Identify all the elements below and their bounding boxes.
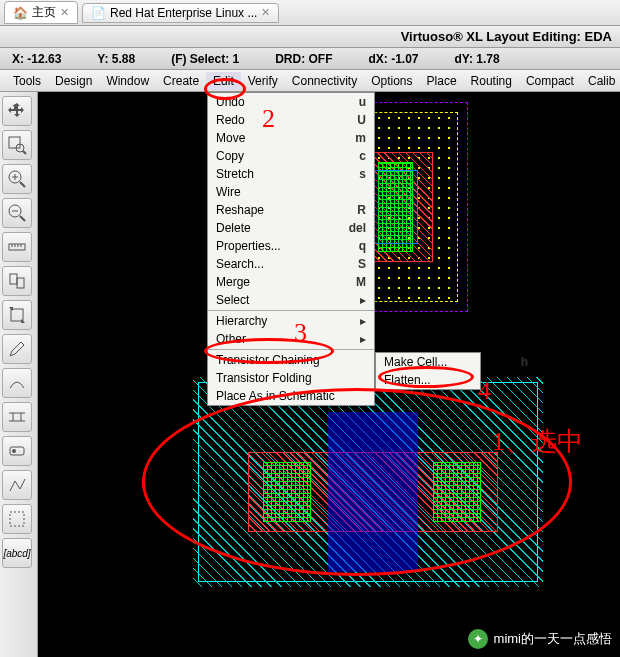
menu-shortcut [342, 389, 366, 403]
submenu-arrow-icon: ▸ [360, 314, 366, 328]
menu-routing[interactable]: Routing [464, 72, 519, 90]
menu-options[interactable]: Options [364, 72, 419, 90]
menu-connectivity[interactable]: Connectivity [285, 72, 364, 90]
svg-line-6 [20, 182, 25, 187]
tab-label: 主页 [32, 4, 56, 21]
tool-arrows[interactable] [2, 96, 32, 126]
menu-shortcut: c [335, 149, 366, 163]
tool-select-box[interactable] [2, 504, 32, 534]
edit-menu-dropdown[interactable]: UndouRedoUMovemCopycStretchsWireReshapeR… [207, 92, 375, 406]
tool-zoom-in[interactable] [2, 164, 32, 194]
menu-shortcut: u [335, 95, 366, 109]
status-select: (F) Select: 1 [171, 52, 239, 66]
menu-verify[interactable]: Verify [241, 72, 285, 90]
edit-menu-undo[interactable]: Undou [208, 93, 374, 111]
left-toolbox: [abcd] [0, 92, 38, 657]
close-icon[interactable]: ✕ [261, 6, 270, 19]
menu-item-label: Other [216, 332, 360, 346]
edit-menu-other[interactable]: Other▸ [208, 330, 374, 348]
edit-menu-stretch[interactable]: Stretchs [208, 165, 374, 183]
layout-poly-bot-l [263, 462, 311, 522]
menu-shortcut: del [325, 221, 366, 235]
edit-menu-merge[interactable]: MergeM [208, 273, 374, 291]
menu-shortcut: h [497, 355, 528, 369]
tab-rhel[interactable]: 📄 Red Hat Enterprise Linux ... ✕ [82, 3, 279, 23]
menu-item-label: Select [216, 293, 360, 307]
menu-design[interactable]: Design [48, 72, 99, 90]
tool-split-h[interactable] [2, 402, 32, 432]
menu-shortcut [504, 373, 528, 387]
svg-rect-24 [10, 512, 24, 526]
menu-item-label: Make Cell... [384, 355, 497, 369]
tool-ruler[interactable] [2, 232, 32, 262]
wechat-icon: ✦ [468, 629, 488, 649]
menu-item-label: Delete [216, 221, 325, 235]
tool-rect-zoom[interactable] [2, 130, 32, 160]
edit-menu-reshape[interactable]: ReshapeR [208, 201, 374, 219]
page-icon: 📄 [91, 6, 106, 20]
edit-menu-search-[interactable]: Search...S [208, 255, 374, 273]
tool-path[interactable] [2, 470, 32, 500]
menu-item-label: Reshape [216, 203, 333, 217]
tool-abcd-label[interactable]: [abcd] [2, 538, 32, 568]
menu-item-label: Place As in Schematic [216, 389, 342, 403]
menu-shortcut [342, 371, 366, 385]
menu-shortcut: S [334, 257, 366, 271]
edit-menu-copy[interactable]: Copyc [208, 147, 374, 165]
svg-rect-10 [9, 244, 25, 250]
close-icon[interactable]: ✕ [60, 6, 69, 19]
tab-home[interactable]: 🏠 主页 ✕ [4, 1, 78, 24]
edit-menu-move[interactable]: Movem [208, 129, 374, 147]
watermark-text: mimi的一天一点感悟 [494, 630, 612, 648]
menu-item-label: Move [216, 131, 331, 145]
edit-menu-delete[interactable]: Deletedel [208, 219, 374, 237]
menu-separator [208, 349, 374, 350]
menu-item-label: Redo [216, 113, 333, 127]
menu-item-label: Transistor Folding [216, 371, 342, 385]
menu-shortcut: s [335, 167, 366, 181]
menu-item-label: Hierarchy [216, 314, 360, 328]
menu-item-label: Merge [216, 275, 332, 289]
menu-edit[interactable]: Edit [206, 72, 241, 90]
edit-menu-place-as-in-schematic[interactable]: Place As in Schematic [208, 387, 374, 405]
window-title: Virtuoso® XL Layout Editing: EDA [401, 29, 612, 44]
tool-pencil[interactable] [2, 334, 32, 364]
hierarchy-submenu[interactable]: Make Cell...hFlatten... [375, 352, 481, 390]
edit-menu-select[interactable]: Select▸ [208, 291, 374, 309]
menu-calib[interactable]: Calib [581, 72, 620, 90]
menu-compact[interactable]: Compact [519, 72, 581, 90]
svg-rect-16 [17, 278, 24, 288]
tool-zoom-out[interactable] [2, 198, 32, 228]
menu-place[interactable]: Place [420, 72, 464, 90]
tool-pages[interactable] [2, 266, 32, 296]
submenu-arrow-icon: ▸ [360, 293, 366, 307]
coord-status-bar: X: -12.63 Y: 5.88 (F) Select: 1 DRD: OFF… [0, 48, 620, 70]
menu-shortcut [342, 185, 366, 199]
edit-menu-hierarchy[interactable]: Hierarchy▸ [208, 312, 374, 330]
menu-shortcut: U [333, 113, 366, 127]
edit-menu-properties-[interactable]: Properties...q [208, 237, 374, 255]
svg-rect-15 [10, 274, 17, 284]
menu-create[interactable]: Create [156, 72, 206, 90]
edit-menu-wire[interactable]: Wire [208, 183, 374, 201]
menu-tools[interactable]: Tools [6, 72, 48, 90]
tool-wire-arc[interactable] [2, 368, 32, 398]
hierarchy-flatten-[interactable]: Flatten... [376, 371, 536, 389]
status-dy: dY: 1.78 [455, 52, 500, 66]
menu-item-label: Properties... [216, 239, 335, 253]
home-icon: 🏠 [13, 6, 28, 20]
menu-window[interactable]: Window [99, 72, 156, 90]
edit-menu-transistor-chaining[interactable]: Transistor Chaining [208, 351, 374, 369]
svg-line-9 [20, 216, 25, 221]
menu-bar: ToolsDesignWindowCreateEditVerifyConnect… [0, 70, 620, 92]
edit-menu-redo[interactable]: RedoU [208, 111, 374, 129]
status-y: Y: 5.88 [97, 52, 135, 66]
hierarchy-make-cell-[interactable]: Make Cell...h [376, 353, 536, 371]
status-x: X: -12.63 [12, 52, 61, 66]
menu-item-label: Search... [216, 257, 334, 271]
tool-stretch[interactable] [2, 300, 32, 330]
edit-menu-transistor-folding[interactable]: Transistor Folding [208, 369, 374, 387]
layout-metal1 [373, 170, 418, 244]
tool-toggle[interactable] [2, 436, 32, 466]
browser-tabs: 🏠 主页 ✕ 📄 Red Hat Enterprise Linux ... ✕ [0, 0, 620, 26]
